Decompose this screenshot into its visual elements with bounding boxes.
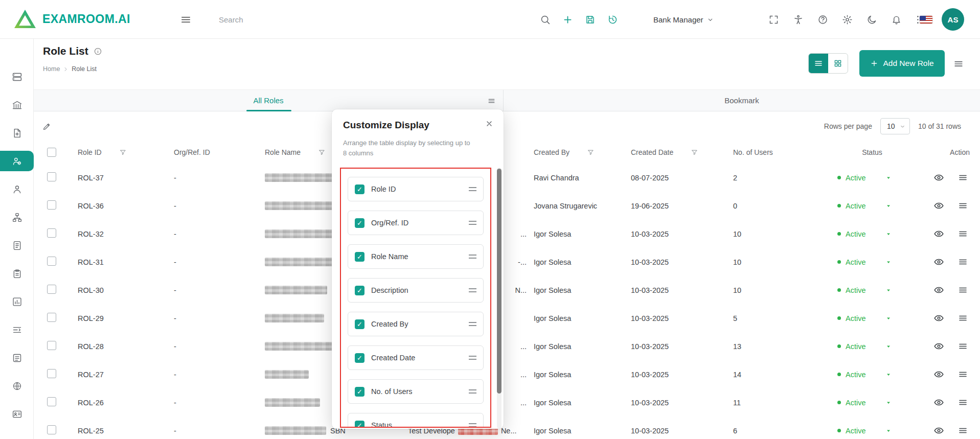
status-dropdown[interactable]: Active [829, 174, 892, 182]
breadcrumb-home[interactable]: Home [43, 65, 60, 73]
view-icon[interactable] [933, 228, 944, 239]
checkbox-checked-icon[interactable]: ✓ [355, 387, 364, 397]
filter-icon[interactable] [587, 149, 595, 156]
tab-all-roles[interactable]: All Roles [34, 90, 503, 111]
checkbox-checked-icon[interactable]: ✓ [355, 319, 364, 329]
status-dropdown[interactable]: Active [829, 427, 892, 435]
row-menu-icon[interactable] [958, 425, 968, 436]
view-icon[interactable] [933, 425, 944, 436]
row-checkbox[interactable] [47, 200, 56, 210]
row-checkbox[interactable] [47, 257, 56, 266]
tab-options-icon[interactable] [487, 97, 496, 105]
view-icon[interactable] [933, 313, 944, 324]
view-icon[interactable] [933, 369, 944, 380]
scrollbar-thumb[interactable] [497, 169, 502, 394]
view-icon[interactable] [933, 200, 944, 211]
row-menu-icon[interactable] [958, 257, 968, 267]
menu-icon[interactable] [180, 14, 192, 26]
row-checkbox[interactable] [47, 425, 56, 434]
drag-handle-icon[interactable] [469, 423, 476, 427]
view-icon[interactable] [933, 397, 944, 408]
sidebar-item-storage[interactable] [0, 66, 34, 87]
notifications-icon[interactable] [891, 14, 902, 25]
row-checkbox[interactable] [47, 341, 56, 350]
view-icon[interactable] [933, 341, 944, 352]
sidebar-item-clipboard[interactable] [0, 263, 34, 284]
search-icon[interactable] [540, 14, 551, 25]
sidebar-item-globe[interactable] [0, 376, 34, 396]
sidebar-item-form[interactable] [0, 235, 34, 256]
drag-handle-icon[interactable] [469, 221, 476, 225]
drag-handle-icon[interactable] [469, 255, 476, 259]
row-menu-icon[interactable] [958, 313, 968, 324]
status-dropdown[interactable]: Active [829, 314, 892, 322]
drag-handle-icon[interactable] [469, 322, 476, 326]
popup-scrollbar[interactable] [497, 168, 502, 429]
sidebar-item-list-collapse[interactable] [0, 319, 34, 340]
close-icon[interactable] [485, 120, 493, 128]
checkbox-checked-icon[interactable]: ✓ [355, 353, 364, 363]
avatar[interactable]: AS [942, 8, 964, 31]
status-dropdown[interactable]: Active [829, 342, 892, 351]
row-checkbox[interactable] [47, 228, 56, 238]
list-view-button[interactable] [809, 54, 828, 73]
edit-icon[interactable] [42, 122, 52, 131]
grid-view-button[interactable] [828, 54, 848, 73]
status-dropdown[interactable]: Active [829, 286, 892, 294]
row-checkbox[interactable] [47, 285, 56, 294]
filter-icon[interactable] [691, 149, 698, 156]
row-menu-icon[interactable] [958, 228, 968, 239]
drag-handle-icon[interactable] [469, 356, 476, 360]
settings-icon[interactable] [842, 14, 853, 25]
row-checkbox[interactable] [47, 369, 56, 378]
sidebar-item-id-card[interactable] [0, 404, 34, 424]
history-icon[interactable] [607, 14, 618, 25]
add-icon[interactable] [562, 14, 573, 25]
sidebar-item-hierarchy[interactable] [0, 207, 34, 227]
checkbox-checked-icon[interactable]: ✓ [355, 421, 364, 428]
view-icon[interactable] [933, 172, 944, 183]
row-menu-icon[interactable] [958, 285, 968, 295]
status-dropdown[interactable]: Active [829, 399, 892, 407]
save-icon[interactable] [585, 14, 596, 25]
sidebar-item-institution[interactable] [0, 95, 34, 115]
sidebar-item-content[interactable] [0, 348, 34, 368]
row-menu-icon[interactable] [958, 369, 968, 380]
row-checkbox[interactable] [47, 397, 56, 406]
view-icon[interactable] [933, 257, 944, 267]
filter-icon[interactable] [119, 149, 127, 156]
row-checkbox[interactable] [47, 313, 56, 322]
checkbox-checked-icon[interactable]: ✓ [355, 286, 364, 295]
page-options-icon[interactable] [953, 58, 964, 70]
tab-bookmark[interactable]: Bookmark [503, 90, 980, 111]
select-all-checkbox[interactable] [47, 148, 56, 157]
rows-per-page-select[interactable]: 10 [880, 118, 910, 134]
info-icon[interactable] [94, 47, 102, 56]
add-new-role-button[interactable]: Add New Role [859, 50, 945, 77]
sidebar-item-user[interactable] [0, 179, 34, 199]
drag-handle-icon[interactable] [469, 389, 476, 394]
view-icon[interactable] [933, 285, 944, 295]
checkbox-checked-icon[interactable]: ✓ [355, 218, 364, 228]
search-input[interactable] [219, 10, 505, 29]
fullscreen-icon[interactable] [768, 14, 779, 25]
language-flag-icon[interactable] [919, 15, 933, 24]
status-dropdown[interactable]: Active [829, 202, 892, 210]
dark-mode-icon[interactable] [867, 14, 877, 25]
help-icon[interactable] [817, 14, 828, 25]
drag-handle-icon[interactable] [469, 187, 476, 191]
row-menu-icon[interactable] [958, 200, 968, 211]
filter-icon[interactable] [318, 149, 326, 156]
role-selector[interactable]: Bank Manager [653, 0, 714, 39]
row-menu-icon[interactable] [958, 341, 968, 352]
status-dropdown[interactable]: Active [829, 230, 892, 238]
row-menu-icon[interactable] [958, 172, 968, 183]
status-dropdown[interactable]: Active [829, 258, 892, 266]
row-checkbox[interactable] [47, 172, 56, 181]
row-menu-icon[interactable] [958, 397, 968, 408]
sidebar-item-roles[interactable] [0, 151, 34, 171]
checkbox-checked-icon[interactable]: ✓ [355, 184, 364, 194]
checkbox-checked-icon[interactable]: ✓ [355, 252, 364, 262]
accessibility-icon[interactable] [793, 14, 804, 25]
sidebar-item-report[interactable] [0, 291, 34, 312]
